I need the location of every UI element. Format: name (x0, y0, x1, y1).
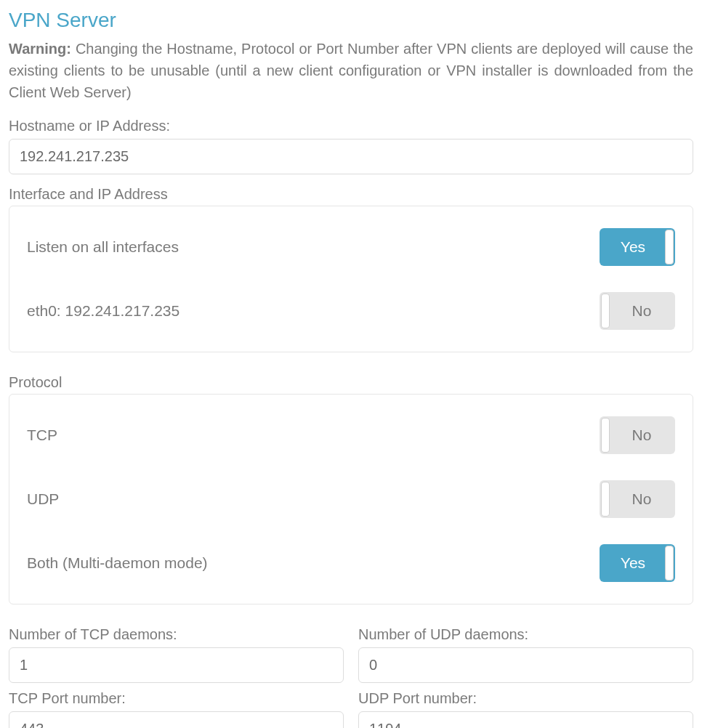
protocol-option-label-0: TCP (27, 426, 57, 444)
udp-daemons-input[interactable] (358, 647, 693, 683)
warning-text: Warning: Changing the Hostname, Protocol… (9, 38, 693, 103)
toggle-text: No (632, 426, 652, 444)
tcp-daemons-label: Number of TCP daemons: (9, 626, 344, 643)
toggle-text: Yes (621, 554, 645, 572)
interface-toggle-all[interactable]: Yes (600, 228, 675, 266)
toggle-handle (601, 294, 610, 328)
page-title: VPN Server (9, 9, 693, 32)
protocol-toggle-both[interactable]: Yes (600, 544, 675, 582)
udp-daemons-label: Number of UDP daemons: (358, 626, 693, 643)
protocol-toggle-tcp[interactable]: No (600, 416, 675, 454)
warning-body: Changing the Hostname, Protocol or Port … (9, 41, 693, 100)
toggle-handle (601, 418, 610, 453)
udp-port-input[interactable] (358, 711, 693, 728)
protocol-option-label-1: UDP (27, 490, 59, 508)
interface-option-row: eth0: 192.241.217.235 No (27, 279, 675, 343)
hostname-input[interactable] (9, 139, 693, 174)
toggle-text: No (632, 302, 652, 320)
tcp-port-input[interactable] (9, 711, 344, 728)
interface-option-row: Listen on all interfaces Yes (27, 215, 675, 279)
hostname-label: Hostname or IP Address: (9, 118, 693, 134)
udp-port-label: UDP Port number: (358, 690, 693, 707)
protocol-option-row: TCP No (27, 403, 675, 467)
interface-section-label: Interface and IP Address (9, 186, 693, 203)
toggle-text: No (632, 490, 652, 508)
protocol-panel: TCP No UDP No Both (Multi-daemon mode) Y… (9, 394, 693, 604)
tcp-daemons-input[interactable] (9, 647, 344, 683)
toggle-handle (601, 482, 610, 517)
toggle-handle (665, 230, 674, 264)
warning-prefix: Warning: (9, 41, 71, 57)
protocol-option-row: Both (Multi-daemon mode) Yes (27, 531, 675, 595)
interface-panel: Listen on all interfaces Yes eth0: 192.2… (9, 206, 693, 352)
interface-option-label-1: eth0: 192.241.217.235 (27, 302, 179, 320)
protocol-toggle-udp[interactable]: No (600, 480, 675, 518)
protocol-option-row: UDP No (27, 467, 675, 531)
protocol-section-label: Protocol (9, 374, 693, 391)
tcp-port-label: TCP Port number: (9, 690, 344, 707)
interface-option-label-0: Listen on all interfaces (27, 238, 179, 256)
toggle-handle (665, 546, 674, 581)
protocol-option-label-2: Both (Multi-daemon mode) (27, 554, 208, 572)
toggle-text: Yes (621, 238, 645, 256)
interface-toggle-eth0[interactable]: No (600, 292, 675, 330)
